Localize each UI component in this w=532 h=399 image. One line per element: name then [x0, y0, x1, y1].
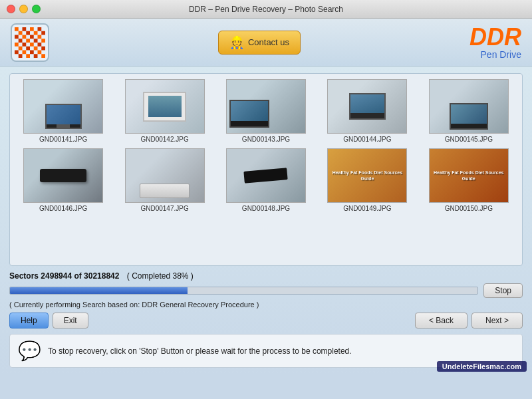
list-item[interactable]: GND00148.JPG [218, 148, 314, 212]
svg-rect-5 [19, 31, 23, 35]
list-item[interactable]: GND00143.JPG [218, 79, 314, 143]
window-title: DDR – Pen Drive Recovery – Photo Search [189, 5, 343, 14]
svg-rect-16 [41, 39, 45, 43]
photo-thumb-145[interactable] [429, 79, 509, 134]
svg-rect-14 [26, 39, 30, 43]
svg-rect-28 [38, 50, 42, 54]
svg-rect-20 [38, 43, 42, 47]
progress-info-row: Sectors 2498944 of 30218842 ( Completed … [9, 271, 523, 281]
photo-thumb-142[interactable] [125, 79, 205, 134]
brand-name: DDR [469, 25, 521, 49]
photo-thumb-143[interactable] [226, 79, 306, 134]
svg-rect-6 [26, 31, 30, 35]
svg-rect-25 [15, 50, 19, 54]
brand: DDR Pen Drive [469, 25, 521, 60]
nav-buttons-row: Help Exit < Back Next > [9, 313, 523, 329]
svg-rect-2 [23, 27, 27, 31]
svg-rect-1 [15, 27, 19, 31]
progress-bar [9, 287, 478, 295]
list-item[interactable]: GND00142.JPG [116, 79, 212, 143]
sectors-text: Sectors 2498944 of 30218842 [9, 271, 119, 281]
maximize-btn[interactable] [32, 5, 41, 13]
svg-rect-9 [15, 35, 19, 39]
procedure-text: ( Currently performing Search based on: … [9, 301, 523, 309]
photo-label: GND00146.JPG [39, 205, 87, 212]
list-item[interactable]: GND00147.JPG [116, 148, 212, 212]
photo-thumb-144[interactable] [327, 79, 407, 134]
list-item[interactable]: GND00144.JPG [319, 79, 415, 143]
svg-rect-32 [41, 54, 45, 58]
exit-button[interactable]: Exit [53, 313, 88, 329]
svg-rect-15 [34, 39, 38, 43]
info-icon: 💬 [18, 340, 41, 362]
svg-rect-11 [30, 35, 34, 39]
list-item[interactable]: GND00141.JPG [15, 79, 111, 143]
svg-rect-7 [34, 31, 38, 35]
svg-rect-3 [30, 27, 34, 31]
back-button[interactable]: < Back [415, 313, 467, 329]
svg-rect-18 [23, 43, 27, 47]
svg-rect-21 [19, 46, 23, 50]
photo-label: GND00147.JPG [140, 205, 188, 212]
progress-bar-row: Stop [9, 283, 523, 298]
brand-subtitle: Pen Drive [469, 49, 521, 60]
svg-rect-24 [41, 46, 45, 50]
svg-rect-30 [26, 54, 30, 58]
photo-label: GND00141.JPG [39, 136, 87, 143]
progress-area: Sectors 2498944 of 30218842 ( Completed … [9, 271, 523, 368]
svg-rect-29 [19, 54, 23, 58]
svg-rect-4 [38, 27, 42, 31]
photo-label: GND00149.JPG [343, 205, 391, 212]
svg-rect-26 [23, 50, 27, 54]
logo-checkerboard [15, 27, 45, 58]
photo-thumb-150[interactable]: Healthy Fat Foods Diet Sources Guide [429, 148, 509, 203]
close-btn[interactable] [7, 5, 15, 13]
photo-label: GND00144.JPG [343, 136, 391, 143]
svg-rect-31 [34, 54, 38, 58]
photo-thumb-149[interactable]: Healthy Fat Foods Diet Sources Guide [327, 148, 407, 203]
photo-label: GND00143.JPG [242, 136, 290, 143]
contact-us-button[interactable]: 👷 Contact us [218, 31, 301, 55]
svg-rect-8 [41, 31, 45, 35]
watermark: UndeleteFilesmac.com [437, 361, 527, 372]
progress-bar-fill [10, 287, 188, 294]
svg-rect-27 [30, 50, 34, 54]
completed-pct: ( Completed 38% ) [127, 271, 194, 281]
photo-thumb-141[interactable] [23, 79, 103, 134]
photo-grid-area: GND00141.JPG GND00142.JPG [9, 73, 523, 266]
next-button[interactable]: Next > [471, 313, 523, 329]
svg-rect-10 [23, 35, 27, 39]
photo-thumb-148[interactable] [226, 148, 306, 203]
svg-rect-13 [19, 39, 23, 43]
list-item[interactable]: Healthy Fat Foods Diet Sources Guide GND… [421, 148, 517, 212]
list-item[interactable]: GND00145.JPG [421, 79, 517, 143]
header: 👷 Contact us DDR Pen Drive [0, 19, 532, 66]
photo-thumb-147[interactable] [125, 148, 205, 203]
stop-button[interactable]: Stop [483, 283, 523, 298]
photo-label: GND00148.JPG [242, 205, 290, 212]
contact-icon: 👷 [229, 35, 244, 50]
title-bar: DDR – Pen Drive Recovery – Photo Search [0, 0, 532, 19]
svg-rect-23 [34, 46, 38, 50]
svg-rect-17 [15, 43, 19, 47]
photo-label: GND00150.JPG [445, 205, 493, 212]
svg-rect-12 [38, 35, 42, 39]
photo-thumb-146[interactable] [23, 148, 103, 203]
help-button[interactable]: Help [9, 313, 49, 329]
minimize-btn[interactable] [19, 5, 28, 13]
photo-grid: GND00141.JPG GND00142.JPG [15, 79, 517, 212]
svg-rect-19 [30, 43, 34, 47]
svg-rect-22 [26, 46, 30, 50]
list-item[interactable]: GND00146.JPG [15, 148, 111, 212]
photo-label: GND00142.JPG [140, 136, 188, 143]
info-message: To stop recovery, click on 'Stop' Button… [48, 346, 352, 356]
app-logo [11, 23, 49, 62]
photo-label: GND00145.JPG [445, 136, 493, 143]
list-item[interactable]: Healthy Fat Foods Diet Sources Guide GND… [319, 148, 415, 212]
